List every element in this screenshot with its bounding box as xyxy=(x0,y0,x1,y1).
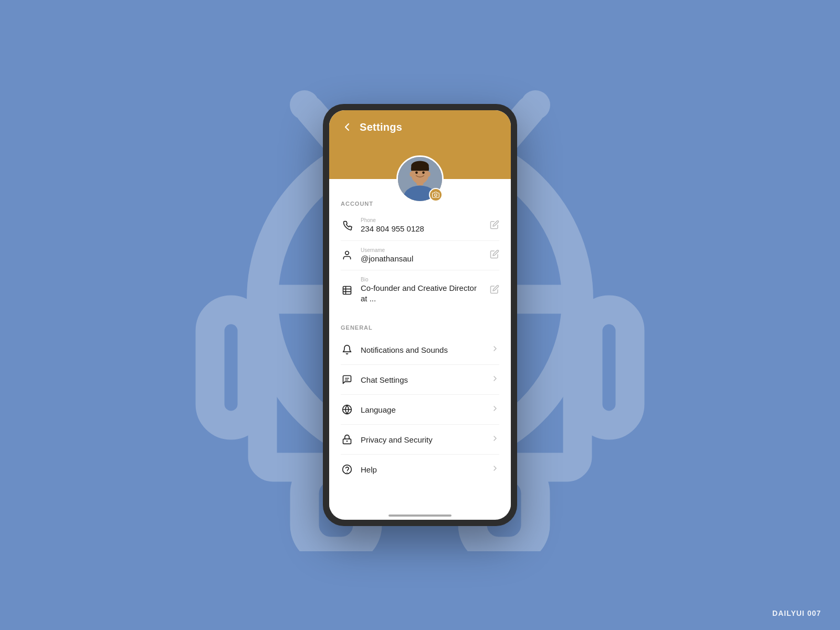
general-section-label: GENERAL xyxy=(341,324,499,331)
privacy-item[interactable]: Privacy and Security xyxy=(341,425,499,455)
svg-rect-22 xyxy=(343,286,351,294)
bell-icon xyxy=(341,343,353,356)
bio-item-content: Bio Co-founder and Creative Director at … xyxy=(361,277,482,303)
general-section: GENERAL Notifications and Sounds xyxy=(329,316,511,484)
help-icon xyxy=(341,463,353,476)
avatar-camera-button[interactable] xyxy=(429,188,443,202)
help-chevron-icon xyxy=(491,464,499,475)
bio-value: Co-founder and Creative Director at ... xyxy=(361,283,482,303)
help-item[interactable]: Help xyxy=(341,455,499,484)
username-sublabel: Username xyxy=(361,247,482,254)
username-item[interactable]: Username @jonathansaul xyxy=(341,241,499,271)
username-value: @jonathansaul xyxy=(361,254,482,264)
phone-icon xyxy=(341,219,353,232)
username-edit-icon[interactable] xyxy=(490,249,499,261)
svg-point-19 xyxy=(427,172,430,176)
chat-settings-chevron-icon xyxy=(491,374,499,385)
bio-sublabel: Bio xyxy=(361,277,482,283)
language-label: Language xyxy=(361,405,484,414)
watermark: DAILYUI 007 xyxy=(772,609,821,617)
svg-point-32 xyxy=(346,472,348,473)
svg-point-3 xyxy=(290,90,319,120)
phone-value: 234 804 955 0128 xyxy=(361,224,482,234)
svg-point-16 xyxy=(415,172,418,174)
page-title: Settings xyxy=(360,121,402,133)
back-button[interactable] xyxy=(340,120,354,134)
help-label: Help xyxy=(361,465,484,474)
svg-rect-9 xyxy=(588,310,630,425)
svg-point-30 xyxy=(346,440,348,442)
chat-icon xyxy=(341,373,353,386)
avatar-container[interactable] xyxy=(396,155,444,203)
notifications-label: Notifications and Sounds xyxy=(361,345,484,354)
svg-point-17 xyxy=(422,172,425,174)
phone-frame: Settings xyxy=(323,104,517,526)
svg-rect-8 xyxy=(210,310,252,425)
svg-point-18 xyxy=(410,172,413,176)
phone-screen: Settings xyxy=(329,110,511,520)
phone-item-content: Phone 234 804 955 0128 xyxy=(361,217,482,234)
svg-point-20 xyxy=(435,194,437,196)
notifications-chevron-icon xyxy=(491,344,499,355)
camera-icon xyxy=(432,191,439,198)
notifications-item[interactable]: Notifications and Sounds xyxy=(341,335,499,365)
chat-settings-label: Chat Settings xyxy=(361,375,484,384)
language-chevron-icon xyxy=(491,404,499,415)
user-icon xyxy=(341,249,353,261)
svg-point-5 xyxy=(521,90,550,120)
bio-edit-icon[interactable] xyxy=(490,285,499,296)
phone-sublabel: Phone xyxy=(361,217,482,224)
account-section: ACCOUNT Phone 234 804 955 0128 xyxy=(329,192,511,310)
screen-content: ACCOUNT Phone 234 804 955 0128 xyxy=(329,192,511,509)
svg-point-21 xyxy=(345,251,349,255)
privacy-label: Privacy and Security xyxy=(361,435,484,444)
username-item-content: Username @jonathansaul xyxy=(361,247,482,264)
lock-icon xyxy=(341,433,353,446)
privacy-chevron-icon xyxy=(491,434,499,445)
bio-item[interactable]: Bio Co-founder and Creative Director at … xyxy=(341,270,499,310)
avatar-overlap xyxy=(329,166,511,192)
globe-icon xyxy=(341,403,353,416)
language-item[interactable]: Language xyxy=(341,395,499,425)
home-indicator-bar xyxy=(329,509,511,520)
phone-item[interactable]: Phone 234 804 955 0128 xyxy=(341,211,499,241)
chat-settings-item[interactable]: Chat Settings xyxy=(341,365,499,395)
phone-edit-icon[interactable] xyxy=(490,220,499,232)
book-icon xyxy=(341,284,353,297)
